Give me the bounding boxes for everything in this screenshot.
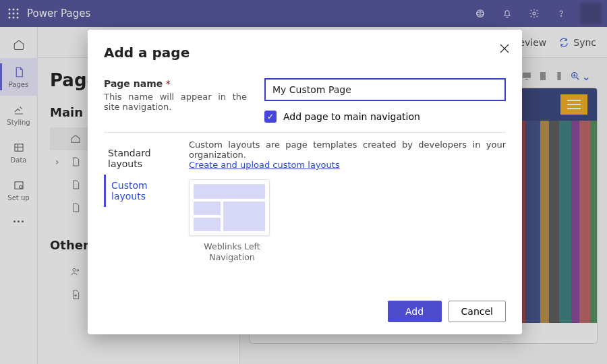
check-icon: ✓ <box>264 111 277 123</box>
custom-layouts-desc: Custom layouts are page templates create… <box>189 140 506 160</box>
required-mark: * <box>166 78 171 89</box>
dialog-title: Add a page <box>104 44 506 61</box>
page-name-input[interactable] <box>264 78 506 101</box>
add-to-nav-label: Add page to main navigation <box>283 111 420 122</box>
add-button[interactable]: Add <box>388 301 442 322</box>
create-upload-link[interactable]: Create and upload custom layouts <box>189 160 340 170</box>
layout-thumbnail <box>189 179 270 236</box>
layout-tile[interactable]: Weblinks Left Navigation <box>189 179 275 264</box>
close-icon <box>499 43 510 54</box>
tab-standard-layouts[interactable]: Standard layouts <box>104 142 185 175</box>
layout-caption: Weblinks Left Navigation <box>189 241 275 264</box>
add-page-dialog: Add a page Page name * This name will ap… <box>88 30 522 334</box>
tab-custom-layouts[interactable]: Custom layouts <box>104 175 185 207</box>
cancel-button[interactable]: Cancel <box>449 301 506 322</box>
page-name-hint: This name will appear in the site naviga… <box>104 92 247 112</box>
add-to-nav-checkbox[interactable]: ✓ Add page to main navigation <box>264 111 506 123</box>
page-name-label: Page name <box>104 78 163 89</box>
close-button[interactable] <box>499 43 510 57</box>
